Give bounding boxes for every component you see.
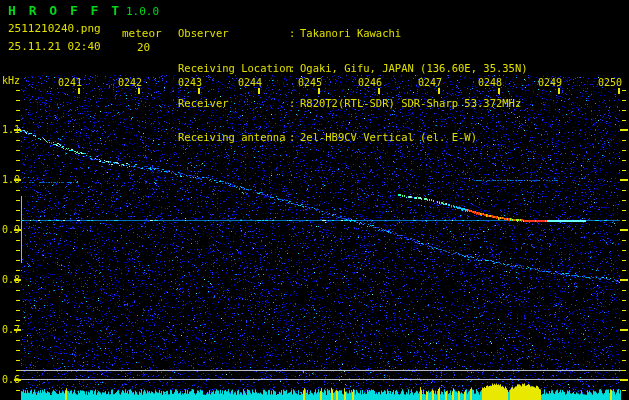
- info-separator: :: [289, 132, 300, 143]
- x-tick-label: 0249: [538, 77, 562, 88]
- info-value: R820T2(RTL-SDR) SDR-Sharp 53.372MHz: [300, 98, 521, 109]
- info-label: Receiver: [178, 98, 289, 109]
- y-tick-label: 0.9: [2, 224, 20, 235]
- info-separator: :: [289, 98, 300, 109]
- x-tick-label: 0247: [418, 77, 442, 88]
- info-separator: :: [289, 28, 300, 39]
- y-tick-label: 0.6: [2, 374, 20, 385]
- x-tick-label: 0250: [598, 77, 622, 88]
- info-separator: :: [289, 63, 300, 74]
- app-title: H R O F F T: [8, 3, 122, 18]
- x-tick-label: 0241: [58, 77, 82, 88]
- station-info: Observer:Takanori Kawachi Receiving Loca…: [178, 4, 528, 167]
- info-row-observer: Observer:Takanori Kawachi: [178, 28, 528, 39]
- info-value: Takanori Kawachi: [300, 28, 401, 39]
- info-label: Receiving Location: [178, 63, 289, 74]
- info-value: Ogaki, Gifu, JAPAN (136.60E, 35.35N): [300, 63, 528, 74]
- output-filename: 2511210240.png: [8, 22, 101, 35]
- hrofft-window: H R O F F T 1.0.0 2511210240.png meteor …: [0, 0, 629, 400]
- x-tick-label: 0245: [298, 77, 322, 88]
- info-label: Receiving antenna: [178, 132, 289, 143]
- y-tick-label: 0.7: [2, 324, 20, 335]
- info-row-receiver: Receiver:R820T2(RTL-SDR) SDR-Sharp 53.37…: [178, 98, 528, 109]
- y-tick-label: 1.1: [2, 124, 20, 135]
- app-version: 1.0.0: [126, 5, 159, 18]
- echo-count: 20: [137, 41, 150, 54]
- info-row-location: Receiving Location:Ogaki, Gifu, JAPAN (1…: [178, 63, 528, 74]
- x-tick-label: 0248: [478, 77, 502, 88]
- info-row-antenna: Receiving antenna:2el-HB9CV Vertical (el…: [178, 132, 528, 143]
- x-tick-label: 0242: [118, 77, 142, 88]
- info-label: Observer: [178, 28, 289, 39]
- x-tick-label: 0246: [358, 77, 382, 88]
- y-tick-label: 1.0: [2, 174, 20, 185]
- datetime-label: 25.11.21 02:40: [8, 40, 101, 53]
- mode-label: meteor: [122, 27, 162, 40]
- info-value: 2el-HB9CV Vertical (el. E-W): [300, 132, 477, 143]
- x-tick-label: 0244: [238, 77, 262, 88]
- y-tick-label: 0.8: [2, 274, 20, 285]
- y-axis-unit-label: kHz: [2, 75, 20, 86]
- x-tick-label: 0243: [178, 77, 202, 88]
